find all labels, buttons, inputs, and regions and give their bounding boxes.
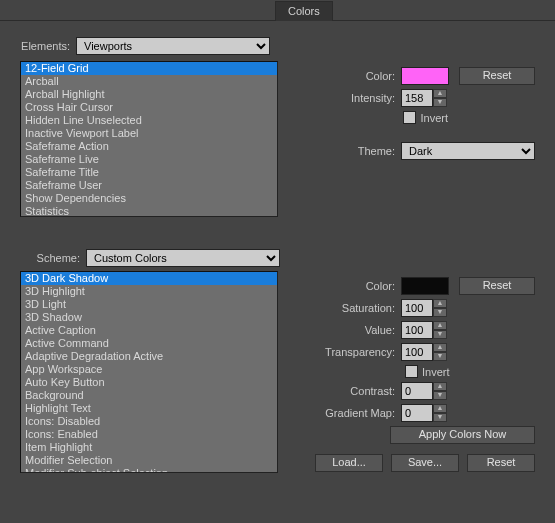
list-item[interactable]: Cross Hair Cursor	[21, 101, 277, 114]
tab-bar: Colors	[0, 0, 555, 21]
contrast-label: Contrast:	[311, 385, 401, 397]
theme-combo[interactable]: Dark	[401, 142, 535, 160]
intensity-label: Intensity:	[331, 92, 401, 104]
spin-up-icon[interactable]: ▲	[433, 299, 447, 308]
transparency-spinner[interactable]: ▲▼	[401, 343, 449, 361]
list-item[interactable]: Icons: Disabled	[21, 415, 277, 428]
value-input[interactable]	[401, 321, 433, 339]
list-item[interactable]: 12-Field Grid	[21, 62, 277, 75]
transparency-input[interactable]	[401, 343, 433, 361]
spin-up-icon[interactable]: ▲	[433, 343, 447, 352]
list-item[interactable]: Modifier Sub-object Selection	[21, 467, 277, 473]
list-item[interactable]: Active Command	[21, 337, 277, 350]
contrast-spinner[interactable]: ▲▼	[401, 382, 449, 400]
list-item[interactable]: Active Caption	[21, 324, 277, 337]
intensity-input[interactable]	[401, 89, 433, 107]
list-item[interactable]: Safeframe Action	[21, 140, 277, 153]
value-label: Value:	[311, 324, 401, 336]
elements-combo[interactable]: Viewports	[76, 37, 270, 55]
color1-label: Color:	[331, 70, 401, 82]
list-item[interactable]: Item Highlight	[21, 441, 277, 454]
list-item[interactable]: 3D Dark Shadow	[21, 272, 277, 285]
spin-down-icon[interactable]: ▼	[433, 308, 447, 317]
color1-swatch[interactable]	[401, 67, 449, 85]
invert1-label: Invert	[416, 112, 448, 124]
spin-down-icon[interactable]: ▼	[433, 352, 447, 361]
list-item[interactable]: Adaptive Degradation Active	[21, 350, 277, 363]
transparency-label: Transparency:	[311, 346, 401, 358]
list-item[interactable]: Auto Key Button	[21, 376, 277, 389]
list-item[interactable]: Show Dependencies	[21, 192, 277, 205]
tab-colors[interactable]: Colors	[275, 1, 333, 21]
elements-listbox[interactable]: 12-Field GridArcballArcball HighlightCro…	[20, 61, 278, 217]
scheme-combo[interactable]: Custom Colors	[86, 249, 280, 267]
list-item[interactable]: 3D Highlight	[21, 285, 277, 298]
list-item[interactable]: Safeframe User	[21, 179, 277, 192]
spin-down-icon[interactable]: ▼	[433, 391, 447, 400]
color2-swatch[interactable]	[401, 277, 449, 295]
scheme-listbox[interactable]: 3D Dark Shadow3D Highlight3D Light3D Sha…	[20, 271, 278, 473]
list-item[interactable]: Hidden Line Unselected	[21, 114, 277, 127]
gradientmap-input[interactable]	[401, 404, 433, 422]
list-item[interactable]: Modifier Selection	[21, 454, 277, 467]
color2-label: Color:	[311, 280, 401, 292]
list-item[interactable]: Safeframe Live	[21, 153, 277, 166]
elements-label: Elements:	[20, 40, 76, 52]
list-item[interactable]: Arcball	[21, 75, 277, 88]
apply-colors-button[interactable]: Apply Colors Now	[390, 426, 535, 444]
spin-up-icon[interactable]: ▲	[433, 404, 447, 413]
gradientmap-label: Gradient Map:	[311, 407, 401, 419]
load-button[interactable]: Load...	[315, 454, 383, 472]
saturation-input[interactable]	[401, 299, 433, 317]
list-item[interactable]: Inactive Viewport Label	[21, 127, 277, 140]
spin-down-icon[interactable]: ▼	[433, 413, 447, 422]
color2-reset-button[interactable]: Reset	[459, 277, 535, 295]
saturation-label: Saturation:	[311, 302, 401, 314]
list-item[interactable]: Safeframe Title	[21, 166, 277, 179]
spin-down-icon[interactable]: ▼	[433, 330, 447, 339]
color1-reset-button[interactable]: Reset	[459, 67, 535, 85]
list-item[interactable]: 3D Light	[21, 298, 277, 311]
spin-down-icon[interactable]: ▼	[433, 98, 447, 107]
scheme-label: Scheme:	[20, 252, 86, 264]
spin-up-icon[interactable]: ▲	[433, 321, 447, 330]
list-item[interactable]: Icons: Enabled	[21, 428, 277, 441]
gradientmap-spinner[interactable]: ▲▼	[401, 404, 449, 422]
reset-button[interactable]: Reset	[467, 454, 535, 472]
save-button[interactable]: Save...	[391, 454, 459, 472]
list-item[interactable]: Arcball Highlight	[21, 88, 277, 101]
spin-up-icon[interactable]: ▲	[433, 89, 447, 98]
saturation-spinner[interactable]: ▲▼	[401, 299, 449, 317]
intensity-spinner[interactable]: ▲▼	[401, 89, 449, 107]
list-item[interactable]: App Workspace	[21, 363, 277, 376]
invert2-label: Invert	[418, 366, 449, 378]
list-item[interactable]: Statistics	[21, 205, 277, 217]
list-item[interactable]: Highlight Text	[21, 402, 277, 415]
theme-label: Theme:	[331, 145, 401, 157]
spin-up-icon[interactable]: ▲	[433, 382, 447, 391]
list-item[interactable]: 3D Shadow	[21, 311, 277, 324]
list-item[interactable]: Background	[21, 389, 277, 402]
value-spinner[interactable]: ▲▼	[401, 321, 449, 339]
invert1-checkbox[interactable]	[403, 111, 416, 124]
contrast-input[interactable]	[401, 382, 433, 400]
invert2-checkbox[interactable]	[405, 365, 418, 378]
